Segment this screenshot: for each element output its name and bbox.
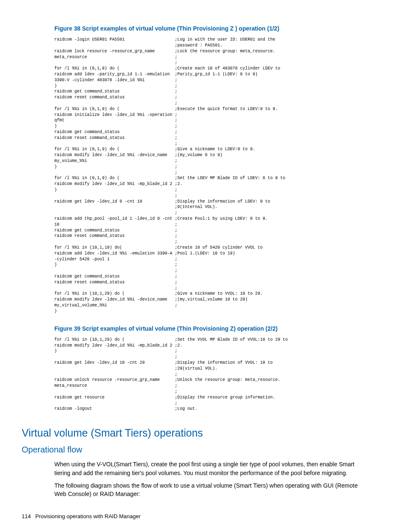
subsection-heading: Operational flow <box>22 444 380 456</box>
figure-39-title: Figure 39 Script examples of virtual vol… <box>54 324 380 333</box>
section-heading: Virtual volume (Smart Tiers) operations <box>22 425 380 440</box>
figure-39-code: for /l %%i in (10,1,29) do ( ;Set the VV… <box>54 337 380 412</box>
page-number: 114 <box>22 513 31 519</box>
paragraph-2: The following diagram shows the flow of … <box>54 481 367 499</box>
paragraph-1: When using the V-VOL(Smart Tiers), creat… <box>54 460 367 477</box>
footer-label: Provisioning operations with RAID Manage… <box>36 513 141 519</box>
page-footer: 114 Provisioning operations with RAID Ma… <box>22 513 380 521</box>
figure-38-code: raidcom -login USER01 PASS01 ;Log in wit… <box>54 37 380 314</box>
figure-38-title: Figure 38 Script examples of virtual vol… <box>54 24 380 33</box>
